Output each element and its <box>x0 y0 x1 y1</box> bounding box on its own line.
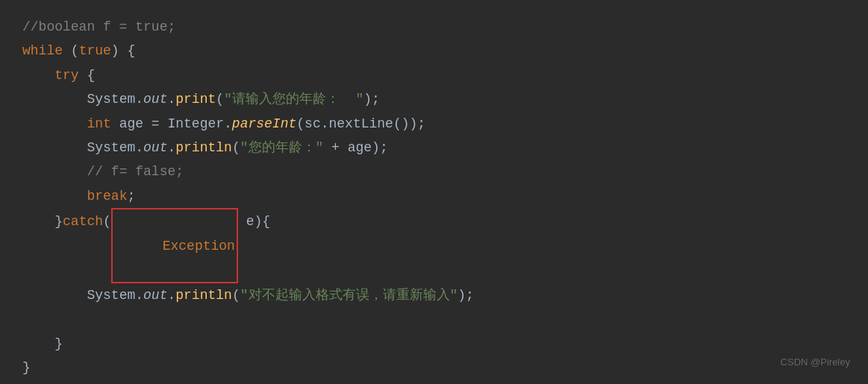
dot3: . <box>167 283 175 307</box>
println-method1: println <box>175 136 232 160</box>
code-line-4: System. out . print ( "请输入您的年龄： " ); <box>22 87 846 111</box>
paren-open1: ( <box>216 87 224 111</box>
indent-1 <box>22 63 54 87</box>
code-line-6: System. out . println ( "您的年龄：" + age); <box>22 136 846 160</box>
string2: "您的年龄：" <box>240 136 331 160</box>
code-line-14: } <box>22 380 846 384</box>
try-brace: { <box>79 63 96 87</box>
indent-1b <box>22 210 54 233</box>
watermark-text: CSDN @Pireley <box>781 353 850 371</box>
age-var: age = Integer. <box>111 112 232 136</box>
indent-2 <box>22 87 87 111</box>
close-outer-brace: } <box>22 380 31 384</box>
code-line-11 <box>22 308 846 332</box>
code-line-1: //boolean f = true; <box>22 15 846 39</box>
out-italic2: out <box>143 136 167 160</box>
code-editor: //boolean f = true; while ( true ) { try… <box>0 0 868 384</box>
code-line-7: // f= false; <box>22 160 846 183</box>
string3: "对不起输入格式有误，请重新输入" <box>240 283 458 307</box>
while-paren: ( <box>63 39 79 63</box>
indent-1c <box>22 332 54 356</box>
indent-2f <box>22 283 87 307</box>
paren-close3: ); <box>458 283 474 307</box>
sc-nextline: (sc.nextLine()); <box>296 112 425 136</box>
while-brace: ) { <box>111 39 135 63</box>
code-line-5: int age = Integer. parseInt (sc.nextLine… <box>22 112 846 136</box>
out-italic1: out <box>143 87 167 111</box>
code-line-3: try { <box>22 63 846 87</box>
catch-var: e){ <box>238 210 270 233</box>
indent-2b <box>22 112 87 136</box>
comment-boolean: //boolean f = true; <box>22 15 175 39</box>
comment-f: // f= false; <box>87 160 184 183</box>
code-line-10: System. out . println ( "对不起输入格式有误，请重新输入… <box>22 283 846 307</box>
keyword-catch: catch <box>63 210 103 233</box>
dot2: . <box>167 136 175 160</box>
system-class1: System. <box>87 87 143 111</box>
indent-2d <box>22 160 87 183</box>
close-while-brace: } <box>22 356 31 380</box>
code-line-9: } catch ( Exception e){ <box>22 208 846 283</box>
paren-open3: ( <box>232 283 240 307</box>
keyword-true: true <box>79 39 111 63</box>
out-italic3: out <box>143 283 167 307</box>
break-semi: ; <box>127 184 135 208</box>
empty-line <box>22 308 31 332</box>
exception-type: Exception <box>163 239 235 254</box>
code-line-12: } <box>22 332 846 356</box>
system-class3: System. <box>87 283 143 307</box>
close-catch-brace: } <box>54 332 63 356</box>
concat: + age); <box>331 136 388 160</box>
code-line-8: break ; <box>22 184 846 208</box>
indent-2e <box>22 184 87 208</box>
code-line-2: while ( true ) { <box>22 39 846 63</box>
keyword-try: try <box>54 63 78 87</box>
dot1: . <box>167 87 175 111</box>
print-method: print <box>175 87 216 111</box>
paren-open2: ( <box>232 136 240 160</box>
system-class2: System. <box>87 136 143 160</box>
close-try: } <box>54 210 63 233</box>
code-line-13: } <box>22 356 846 380</box>
string1: "请输入您的年龄： " <box>224 87 363 111</box>
keyword-int: int <box>87 112 110 136</box>
catch-paren: ( <box>103 210 111 233</box>
exception-highlight: Exception <box>111 208 238 283</box>
paren-close1: ); <box>363 87 380 111</box>
keyword-break: break <box>87 184 127 208</box>
indent-2c <box>22 136 87 160</box>
println-method2: println <box>175 283 232 307</box>
parseint-method: parseInt <box>232 112 296 136</box>
keyword-while: while <box>22 39 63 63</box>
